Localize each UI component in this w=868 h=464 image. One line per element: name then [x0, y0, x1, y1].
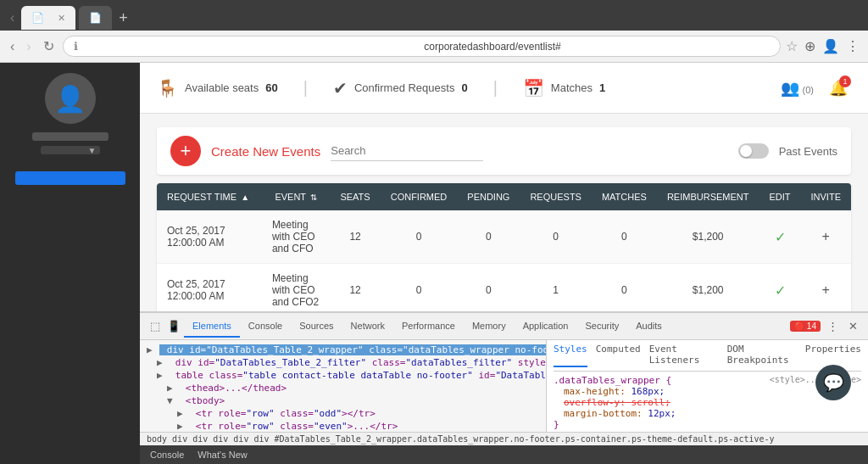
matches-stat: 📅 Matches 1 [523, 78, 605, 98]
past-events-toggle[interactable] [738, 143, 769, 159]
devtools-tabs: ⬚ 📱 Elements Console Sources Network Per… [140, 313, 868, 340]
browser-back-btn[interactable]: ‹ [7, 8, 18, 27]
breadcrumb-text: body div div div div div #DataTables_Tab… [147, 434, 775, 444]
lock-icon: ℹ [74, 40, 420, 53]
sidebar-nav-btn[interactable] [15, 171, 125, 185]
cell-matches: 0 [592, 264, 657, 312]
cell-request-time: Oct 25, 2017 12:00:00 AM [157, 264, 262, 312]
cell-confirmed: 0 [381, 264, 458, 312]
menu-btn[interactable]: ⋮ [844, 36, 861, 56]
users-icon: 👥 [781, 80, 799, 97]
dom-line-4: ▶ <thead>...</thead> [167, 382, 539, 394]
tab-inactive[interactable]: 📄 [79, 6, 112, 30]
col-invite: INVITE [801, 183, 851, 210]
col-reimbursement[interactable]: REIMBURSEMENT [657, 183, 760, 210]
avatar: 👤 [45, 73, 96, 124]
past-events-label: Past Events [779, 145, 837, 158]
devtools-tab-memory[interactable]: Memory [464, 316, 515, 338]
notifications-badge: 1 [839, 75, 851, 87]
seats-icon: 🪑 [157, 78, 178, 98]
user-profile-btn[interactable]: 👤 [821, 36, 841, 56]
cell-pending: 0 [457, 210, 520, 264]
right-tab-computed[interactable]: Computed [596, 344, 641, 367]
tab-close-btn[interactable]: ✕ [58, 13, 65, 24]
col-pending[interactable]: PENDING [457, 183, 520, 210]
extensions-btn[interactable]: ⊕ [803, 36, 817, 56]
devtools-tab-security[interactable]: Security [576, 316, 627, 338]
dom-line-7: ▶ <tr role="row" class="even">...</tr> [177, 420, 539, 432]
devtools-tab-application[interactable]: Application [515, 316, 577, 338]
dom-line-6: ▶ <tr role="row" class="odd"></tr> [177, 407, 539, 420]
table-header: REQUEST TIME ▲ EVENT ⇅ SEATS CONFIRMED P… [157, 183, 851, 210]
right-tab-dom-breakpoints[interactable]: DOM Breakpoints [727, 344, 797, 367]
devtools-settings-btn[interactable]: ⋮ [824, 318, 842, 334]
cell-confirmed: 0 [381, 210, 458, 264]
page-content: + Create New Events Past Events REQUEST … [140, 114, 868, 311]
users-btn[interactable]: 👥 (0) [777, 75, 817, 101]
col-seats[interactable]: SEATS [330, 183, 380, 210]
chat-icon: 💬 [823, 372, 844, 393]
dom-line-5: ▼ <tbody> [167, 394, 539, 407]
new-tab-btn[interactable]: + [115, 9, 131, 27]
right-tab-styles[interactable]: Styles [554, 344, 587, 367]
tab-bar: ‹ 📄 ✕ 📄 + [0, 0, 868, 31]
back-btn[interactable]: ‹ [7, 37, 18, 56]
devtools-breadcrumb: body div div div div div #DataTables_Tab… [140, 432, 868, 445]
sidebar: 👤 ▼ [0, 63, 140, 464]
cell-edit[interactable]: ✓ [759, 264, 800, 312]
devtools-tab-console[interactable]: Console [240, 316, 291, 338]
cell-matches: 0 [592, 210, 657, 264]
devtools-tab-performance[interactable]: Performance [393, 316, 464, 338]
stats-left: 🪑 Available seats 60 | ✔ Confirmed Reque… [157, 78, 605, 98]
table-body: Oct 25, 2017 12:00:00 AM Meeting with CE… [157, 210, 851, 311]
page-area: 🪑 Available seats 60 | ✔ Confirmed Reque… [140, 63, 868, 464]
col-confirmed[interactable]: CONFIRMED [381, 183, 458, 210]
browser-window: ‹ 📄 ✕ 📄 + ‹ › ↻ ℹ corporatedashboard/eve… [0, 0, 868, 464]
create-event-btn[interactable]: + [170, 136, 201, 166]
sidebar-role-dropdown[interactable]: ▼ [41, 146, 100, 154]
url-bar[interactable]: ℹ corporatedashboard/eventlist# [63, 36, 781, 57]
cell-seats: 12 [330, 264, 380, 312]
col-event[interactable]: EVENT ⇅ [262, 183, 331, 210]
cell-requests: 0 [520, 210, 592, 264]
cell-reimbursement: $1,200 [657, 210, 760, 264]
search-input[interactable] [331, 141, 483, 161]
device-toolbar-btn[interactable]: 📱 [164, 318, 184, 334]
cell-event: Meeting with CEO and CFO2 [262, 264, 331, 312]
cell-edit[interactable]: ✓ [759, 210, 800, 264]
notifications-btn[interactable]: 🔔 1 [826, 75, 851, 101]
url-text: corporatedashboard/eventlist# [424, 41, 770, 53]
devtools-tab-sources[interactable]: Sources [291, 316, 342, 338]
divider-1: | [303, 78, 308, 98]
dom-line-3: ▶ table class="table contact-table dataT… [157, 369, 539, 382]
bottom-tab-whats-new[interactable]: What's New [194, 448, 250, 461]
stats-bar: 🪑 Available seats 60 | ✔ Confirmed Reque… [140, 63, 868, 114]
check-icon: ✔ [333, 78, 348, 98]
browser-toolbar: ‹ › ↻ ℹ corporatedashboard/eventlist# ☆ … [0, 31, 868, 63]
bookmark-star[interactable]: ☆ [786, 38, 798, 54]
cell-invite[interactable]: + [801, 210, 851, 264]
cell-seats: 12 [330, 210, 380, 264]
devtools-tab-audits[interactable]: Audits [627, 316, 670, 338]
right-tab-properties[interactable]: Properties [805, 344, 861, 367]
devtools-tab-network[interactable]: Network [342, 316, 393, 338]
tab-active[interactable]: 📄 ✕ [21, 6, 75, 30]
toolbar-actions: ⊕ 👤 ⋮ [803, 36, 861, 56]
reload-btn[interactable]: ↻ [40, 36, 58, 56]
users-count: (0) [803, 85, 814, 95]
col-request-time[interactable]: REQUEST TIME ▲ [157, 183, 262, 210]
col-requests[interactable]: REQUESTS [520, 183, 592, 210]
right-tab-event-listeners[interactable]: Event Listeners [649, 344, 719, 367]
calendar-icon: 📅 [523, 78, 544, 98]
col-matches[interactable]: MATCHES [592, 183, 657, 210]
confirmed-requests-stat: ✔ Confirmed Requests 0 [333, 78, 468, 98]
devtools-tab-elements[interactable]: Elements [184, 316, 240, 338]
devtools-close-btn[interactable]: ✕ [845, 318, 861, 334]
inspect-element-btn[interactable]: ⬚ [147, 318, 164, 334]
cell-invite[interactable]: + [801, 264, 851, 312]
forward-btn[interactable]: › [23, 37, 34, 56]
bottom-tab-console[interactable]: Console [147, 448, 187, 461]
user-icon: 👤 [54, 84, 86, 114]
stats-right: 👥 (0) 🔔 1 [777, 75, 851, 101]
chat-bubble-btn[interactable]: 💬 [815, 365, 851, 400]
